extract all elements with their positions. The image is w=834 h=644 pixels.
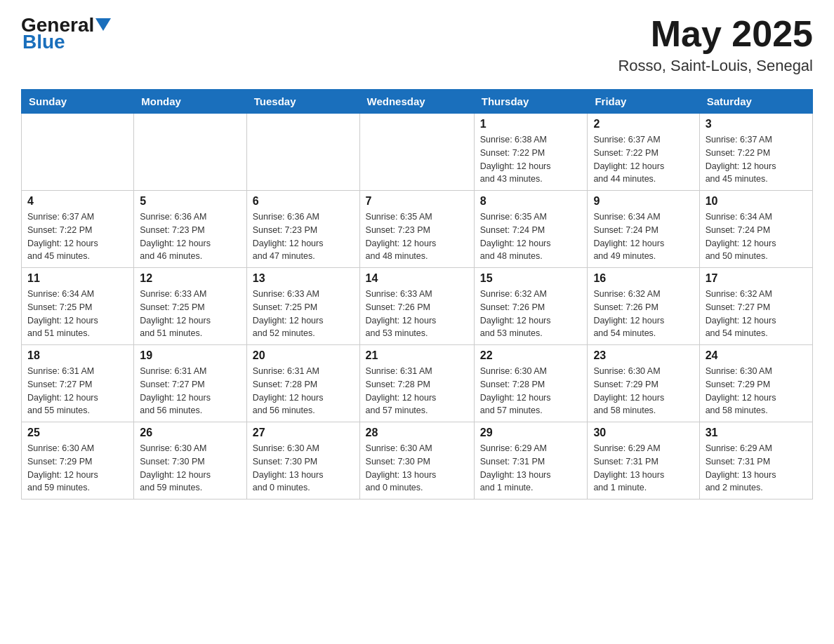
day-info: Sunrise: 6:32 AM Sunset: 7:27 PM Dayligh… (706, 288, 807, 340)
day-info: Sunrise: 6:32 AM Sunset: 7:26 PM Dayligh… (593, 288, 693, 340)
day-info: Sunrise: 6:30 AM Sunset: 7:30 PM Dayligh… (366, 442, 468, 495)
calendar-cell: 31Sunrise: 6:29 AM Sunset: 7:31 PM Dayli… (699, 422, 812, 499)
day-info: Sunrise: 6:34 AM Sunset: 7:24 PM Dayligh… (706, 210, 807, 263)
day-info: Sunrise: 6:29 AM Sunset: 7:31 PM Dayligh… (593, 442, 693, 495)
location-label: Rosso, Saint-Louis, Senegal (618, 57, 813, 75)
logo-triangle-icon (95, 18, 111, 34)
week-row: 1Sunrise: 6:38 AM Sunset: 7:22 PM Daylig… (22, 114, 813, 191)
day-number: 18 (27, 349, 128, 362)
day-info: Sunrise: 6:38 AM Sunset: 7:22 PM Dayligh… (480, 133, 582, 186)
day-info: Sunrise: 6:37 AM Sunset: 7:22 PM Dayligh… (593, 133, 693, 186)
day-number: 30 (593, 427, 693, 439)
day-number: 17 (706, 272, 807, 285)
day-number: 3 (706, 118, 807, 130)
calendar-day-header: Thursday (474, 90, 588, 114)
day-number: 12 (140, 272, 241, 285)
month-title: May 2025 (618, 14, 813, 54)
day-number: 26 (140, 427, 241, 439)
day-number: 20 (253, 349, 354, 362)
day-number: 15 (480, 272, 582, 285)
title-area: May 2025 Rosso, Saint-Louis, Senegal (618, 14, 813, 75)
calendar-cell: 15Sunrise: 6:32 AM Sunset: 7:26 PM Dayli… (474, 268, 588, 345)
calendar-cell: 19Sunrise: 6:31 AM Sunset: 7:27 PM Dayli… (134, 345, 247, 422)
calendar-cell: 30Sunrise: 6:29 AM Sunset: 7:31 PM Dayli… (588, 422, 699, 499)
day-info: Sunrise: 6:36 AM Sunset: 7:23 PM Dayligh… (140, 210, 241, 263)
calendar-cell: 1Sunrise: 6:38 AM Sunset: 7:22 PM Daylig… (474, 114, 588, 191)
day-info: Sunrise: 6:34 AM Sunset: 7:25 PM Dayligh… (27, 288, 128, 340)
svg-marker-0 (95, 18, 111, 31)
day-number: 23 (593, 349, 693, 362)
calendar-cell: 26Sunrise: 6:30 AM Sunset: 7:30 PM Dayli… (134, 422, 247, 499)
day-number: 13 (253, 272, 354, 285)
calendar-cell: 16Sunrise: 6:32 AM Sunset: 7:26 PM Dayli… (588, 268, 699, 345)
calendar-day-header: Tuesday (246, 90, 359, 114)
day-info: Sunrise: 6:30 AM Sunset: 7:30 PM Dayligh… (140, 442, 241, 495)
day-info: Sunrise: 6:30 AM Sunset: 7:29 PM Dayligh… (593, 365, 693, 417)
day-info: Sunrise: 6:33 AM Sunset: 7:26 PM Dayligh… (366, 288, 468, 340)
calendar-cell: 28Sunrise: 6:30 AM Sunset: 7:30 PM Dayli… (359, 422, 474, 499)
day-info: Sunrise: 6:32 AM Sunset: 7:26 PM Dayligh… (480, 288, 582, 340)
day-info: Sunrise: 6:31 AM Sunset: 7:27 PM Dayligh… (27, 365, 128, 417)
calendar-day-header: Sunday (22, 90, 134, 114)
day-number: 5 (140, 195, 241, 208)
day-number: 27 (253, 427, 354, 439)
day-info: Sunrise: 6:33 AM Sunset: 7:25 PM Dayligh… (140, 288, 241, 340)
calendar-cell (359, 114, 474, 191)
day-info: Sunrise: 6:37 AM Sunset: 7:22 PM Dayligh… (27, 210, 128, 263)
calendar-day-header: Friday (588, 90, 699, 114)
calendar-cell: 10Sunrise: 6:34 AM Sunset: 7:24 PM Dayli… (699, 191, 812, 268)
calendar-cell: 2Sunrise: 6:37 AM Sunset: 7:22 PM Daylig… (588, 114, 699, 191)
calendar-cell: 13Sunrise: 6:33 AM Sunset: 7:25 PM Dayli… (246, 268, 359, 345)
day-info: Sunrise: 6:37 AM Sunset: 7:22 PM Dayligh… (706, 133, 807, 186)
week-row: 4Sunrise: 6:37 AM Sunset: 7:22 PM Daylig… (22, 191, 813, 268)
calendar-cell: 3Sunrise: 6:37 AM Sunset: 7:22 PM Daylig… (699, 114, 812, 191)
calendar-day-header: Wednesday (359, 90, 474, 114)
day-number: 11 (27, 272, 128, 285)
calendar-cell: 12Sunrise: 6:33 AM Sunset: 7:25 PM Dayli… (134, 268, 247, 345)
week-row: 18Sunrise: 6:31 AM Sunset: 7:27 PM Dayli… (22, 345, 813, 422)
day-number: 2 (593, 118, 693, 130)
day-number: 14 (366, 272, 468, 285)
day-info: Sunrise: 6:35 AM Sunset: 7:24 PM Dayligh… (480, 210, 582, 263)
day-number: 29 (480, 427, 582, 439)
week-row: 11Sunrise: 6:34 AM Sunset: 7:25 PM Dayli… (22, 268, 813, 345)
calendar-cell: 27Sunrise: 6:30 AM Sunset: 7:30 PM Dayli… (246, 422, 359, 499)
calendar-cell: 6Sunrise: 6:36 AM Sunset: 7:23 PM Daylig… (246, 191, 359, 268)
day-info: Sunrise: 6:30 AM Sunset: 7:29 PM Dayligh… (27, 442, 128, 495)
calendar-cell: 25Sunrise: 6:30 AM Sunset: 7:29 PM Dayli… (22, 422, 134, 499)
day-info: Sunrise: 6:29 AM Sunset: 7:31 PM Dayligh… (706, 442, 807, 495)
day-number: 9 (593, 195, 693, 208)
day-info: Sunrise: 6:30 AM Sunset: 7:30 PM Dayligh… (253, 442, 354, 495)
calendar-cell: 9Sunrise: 6:34 AM Sunset: 7:24 PM Daylig… (588, 191, 699, 268)
calendar-cell: 11Sunrise: 6:34 AM Sunset: 7:25 PM Dayli… (22, 268, 134, 345)
calendar-cell: 7Sunrise: 6:35 AM Sunset: 7:23 PM Daylig… (359, 191, 474, 268)
logo: General Blue (21, 14, 111, 53)
day-info: Sunrise: 6:36 AM Sunset: 7:23 PM Dayligh… (253, 210, 354, 263)
day-info: Sunrise: 6:30 AM Sunset: 7:28 PM Dayligh… (480, 365, 582, 417)
day-number: 22 (480, 349, 582, 362)
calendar-cell (134, 114, 247, 191)
calendar-header-row: SundayMondayTuesdayWednesdayThursdayFrid… (22, 90, 813, 114)
day-number: 4 (27, 195, 128, 208)
calendar-cell: 22Sunrise: 6:30 AM Sunset: 7:28 PM Dayli… (474, 345, 588, 422)
day-number: 31 (706, 427, 807, 439)
logo-blue-text: Blue (22, 31, 65, 53)
day-number: 28 (366, 427, 468, 439)
day-info: Sunrise: 6:31 AM Sunset: 7:28 PM Dayligh… (366, 365, 468, 417)
day-number: 8 (480, 195, 582, 208)
day-number: 7 (366, 195, 468, 208)
calendar-cell: 23Sunrise: 6:30 AM Sunset: 7:29 PM Dayli… (588, 345, 699, 422)
day-info: Sunrise: 6:30 AM Sunset: 7:29 PM Dayligh… (706, 365, 807, 417)
day-info: Sunrise: 6:33 AM Sunset: 7:25 PM Dayligh… (253, 288, 354, 340)
page-header: General Blue May 2025 Rosso, Saint-Louis… (21, 14, 813, 75)
day-number: 24 (706, 349, 807, 362)
day-number: 1 (480, 118, 582, 130)
calendar-day-header: Saturday (699, 90, 812, 114)
day-number: 25 (27, 427, 128, 439)
calendar-cell: 5Sunrise: 6:36 AM Sunset: 7:23 PM Daylig… (134, 191, 247, 268)
day-info: Sunrise: 6:31 AM Sunset: 7:28 PM Dayligh… (253, 365, 354, 417)
calendar-cell: 4Sunrise: 6:37 AM Sunset: 7:22 PM Daylig… (22, 191, 134, 268)
calendar-day-header: Monday (134, 90, 247, 114)
calendar-cell: 18Sunrise: 6:31 AM Sunset: 7:27 PM Dayli… (22, 345, 134, 422)
day-number: 16 (593, 272, 693, 285)
